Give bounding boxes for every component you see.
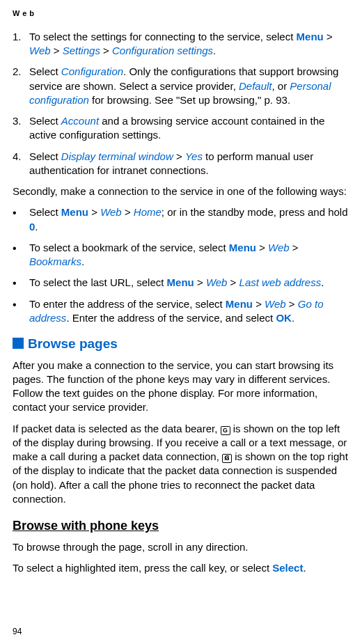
subsection-title: Browse with phone keys [13, 517, 349, 534]
web-link: Web [100, 206, 122, 218]
list-item-2: 2. Select Configuration. Only the config… [13, 65, 349, 107]
page-header: Web [13, 8, 349, 19]
bullet-icon: • [13, 297, 17, 313]
text: Select [29, 65, 61, 77]
last-web-address-link: Last web address [239, 276, 322, 288]
web-link: Web [265, 298, 286, 310]
text: > [173, 150, 185, 162]
menu-link: Menu [297, 31, 324, 42]
page-number: 94 [13, 626, 22, 637]
text: > [324, 31, 333, 42]
text: > [256, 242, 268, 253]
text: Select [29, 150, 61, 162]
text: > [122, 206, 134, 218]
bookmarks-link: Bookmarks [29, 256, 81, 267]
text: . [303, 562, 306, 574]
paragraph: If packet data is selected as the data b… [13, 422, 349, 507]
text: ; or in the standby mode, press and hold [162, 206, 348, 218]
bullet-item-1: • Select Menu > Web > Home; or in the st… [13, 205, 349, 234]
text: To select the last URL, select [29, 276, 167, 288]
numbered-list: 1. To select the settings for connecting… [13, 30, 349, 178]
menu-link: Menu [229, 242, 256, 253]
packet-data-icon: G [221, 426, 230, 435]
list-item-4: 4. Select Display terminal window > Yes … [13, 150, 349, 178]
paragraph: To browse through the page, scroll in an… [13, 540, 349, 554]
bullet-list: • Select Menu > Web > Home; or in the st… [13, 205, 349, 325]
bullet-icon: • [13, 241, 17, 256]
list-item-3: 3. Select Account and a browsing service… [13, 114, 349, 143]
web-link: Web [268, 242, 290, 253]
bullet-icon: • [13, 205, 17, 221]
text: > [51, 45, 63, 56]
text: Select [29, 206, 61, 218]
text: To enter the address of the service, sel… [29, 298, 226, 310]
bullet-item-4: • To enter the address of the service, s… [13, 297, 349, 326]
text: To select the settings for connecting to… [29, 31, 297, 42]
item-number: 1. [13, 30, 22, 44]
text: for browsing. See "Set up browsing," p. … [89, 94, 290, 106]
text: . [213, 45, 216, 56]
default-link: Default [239, 80, 272, 92]
text: . [292, 312, 294, 324]
yes-link: Yes [185, 150, 203, 162]
settings-link: Settings [63, 45, 100, 56]
text: > [100, 45, 112, 56]
menu-link: Menu [167, 276, 194, 288]
display-terminal-link: Display terminal window [61, 150, 173, 162]
text: > [194, 276, 206, 288]
list-item-1: 1. To select the settings for connecting… [13, 30, 349, 58]
web-link: Web [29, 45, 51, 56]
config-settings-link: Configuration settings [112, 45, 213, 56]
text: Select [29, 115, 61, 127]
web-link: Web [206, 276, 228, 288]
section-title: Browse pages [28, 336, 118, 351]
bullet-item-3: • To select the last URL, select Menu > … [13, 276, 349, 290]
text: > [227, 276, 239, 288]
ok-link: OK [276, 312, 292, 324]
paragraph: To select a highlighted item, press the … [13, 561, 349, 575]
select-link: Select [272, 562, 303, 574]
item-number: 4. [13, 150, 22, 164]
bullet-icon: • [13, 276, 17, 291]
packet-data-suspended-icon: G̸ [222, 454, 232, 463]
item-number: 3. [13, 114, 22, 128]
text: , or [272, 80, 290, 92]
square-icon [13, 338, 24, 349]
text: . [35, 221, 38, 233]
home-link: Home [134, 206, 162, 218]
text: . Enter the address of the service, and … [66, 312, 276, 324]
menu-link: Menu [61, 206, 88, 218]
paragraph: Secondly, make a connection to the servi… [13, 184, 349, 198]
paragraph: After you make a connection to the servi… [13, 359, 349, 415]
text: . [321, 276, 324, 288]
text: To select a highlighted item, press the … [13, 562, 272, 574]
text: To select a bookmark of the service, sel… [29, 242, 229, 253]
menu-link: Menu [226, 298, 253, 310]
text: > [286, 298, 298, 310]
text: > [290, 242, 299, 253]
text: If packet data is selected as the data b… [13, 423, 221, 434]
item-number: 2. [13, 65, 22, 79]
text: . [81, 256, 84, 267]
text: > [253, 298, 265, 310]
configuration-link: Configuration [61, 65, 123, 77]
bullet-item-2: • To select a bookmark of the service, s… [13, 241, 349, 269]
account-link: Account [61, 115, 99, 127]
text: > [88, 206, 100, 218]
section-header: Browse pages [13, 335, 349, 353]
